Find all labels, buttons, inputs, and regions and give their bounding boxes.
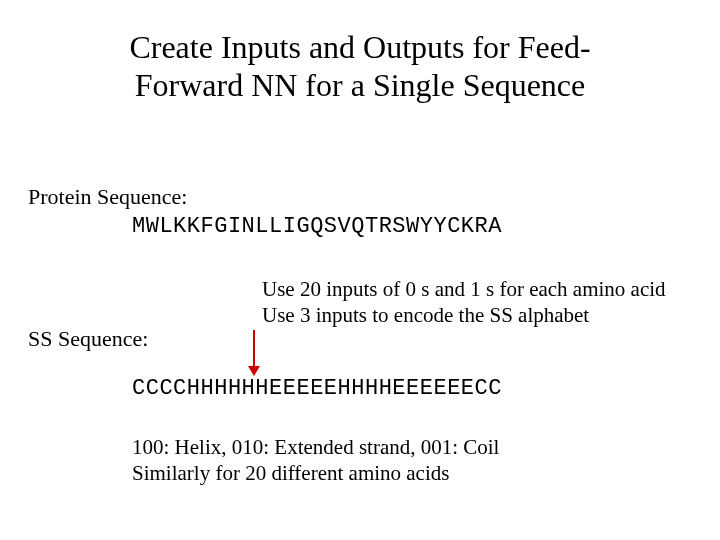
protein-sequence-value: MWLKKFGINLLIGQSVQTRSWYYCKRA: [132, 214, 502, 239]
protein-sequence-label: Protein Sequence:: [28, 184, 187, 210]
ss-sequence-value: CCCCHHHHHHEEEEEHHHHEEEEEECC: [132, 376, 502, 401]
arrow-down-icon: [248, 330, 260, 376]
note-line-1: Use 20 inputs of 0 s and 1 s for each am…: [262, 276, 666, 302]
encoding-notes: Use 20 inputs of 0 s and 1 s for each am…: [262, 276, 666, 329]
ss-sequence-label: SS Sequence:: [28, 326, 148, 352]
encoding-legend: 100: Helix, 010: Extended strand, 001: C…: [132, 434, 499, 487]
legend-line-1: 100: Helix, 010: Extended strand, 001: C…: [132, 434, 499, 460]
title-line-2: Forward NN for a Single Sequence: [135, 67, 586, 103]
title-line-1: Create Inputs and Outputs for Feed-: [129, 29, 590, 65]
legend-line-2: Similarly for 20 different amino acids: [132, 460, 499, 486]
note-line-2: Use 3 inputs to encode the SS alphabet: [262, 302, 666, 328]
slide-title: Create Inputs and Outputs for Feed- Forw…: [0, 0, 720, 105]
